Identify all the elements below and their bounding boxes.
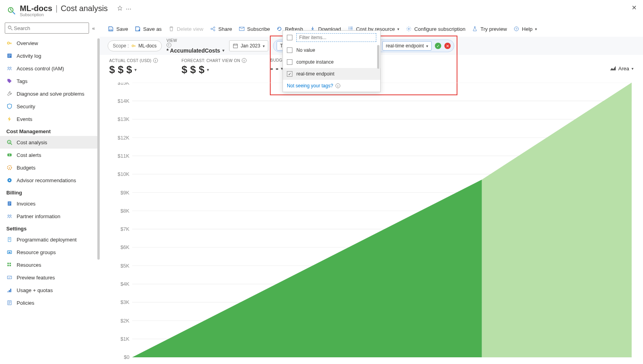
sidebar-item-label: Budgets (17, 165, 36, 171)
sidebar-item-invoices[interactable]: Invoices (0, 197, 100, 210)
mail-icon (239, 26, 245, 32)
sidebar-item-cost-analysis[interactable]: $Cost analysis (0, 136, 100, 149)
advisor-icon (6, 177, 13, 183)
kpi-forecast: FORECAST: CHART VIEW ONi $ $ $▾ (182, 58, 247, 76)
svg-point-4 (8, 67, 9, 69)
chevron-down-icon: ▾ (632, 66, 634, 71)
svg-text:$4K: $4K (120, 281, 129, 287)
filter-option-label: No value (296, 47, 315, 53)
sidebar-item-diagnose-and-solve-problems[interactable]: Diagnose and solve problems (0, 87, 100, 100)
svg-text:$: $ (8, 141, 10, 143)
svg-rect-19 (8, 252, 10, 253)
main-content: Save Save as Delete view Share Subscribe… (100, 21, 643, 364)
sidebar-item-budgets[interactable]: $Budgets (0, 161, 100, 174)
sidebar-item-resource-groups[interactable]: Resource groups (0, 246, 100, 258)
filter-items-input[interactable] (296, 33, 376, 42)
invoice-icon (6, 200, 13, 207)
save-button[interactable]: Save (108, 26, 128, 32)
filter-option-label: real-time endpoint (296, 71, 334, 77)
chart-type-selector[interactable]: Area ▾ (610, 58, 634, 72)
sidebar-item-activity-log[interactable]: Activity log (0, 49, 100, 62)
gear-icon (406, 26, 412, 32)
sidebar-item-partner-information[interactable]: Partner information (0, 210, 100, 223)
chevron-down-icon: ▾ (426, 44, 428, 48)
bolt-icon (6, 116, 13, 122)
configure-subscription-button[interactable]: Configure subscription (406, 26, 465, 32)
usage-icon (6, 287, 13, 293)
filter-value-select[interactable]: real-time endpoint▾ (382, 41, 432, 51)
res-icon (6, 262, 13, 268)
sidebar-item-events[interactable]: Events (0, 113, 100, 125)
collapse-sidebar-icon[interactable]: « (92, 25, 95, 31)
save-as-button[interactable]: Save as (135, 26, 162, 32)
view-selector[interactable]: VIEW i * AccumulatedCosts▾ (167, 38, 225, 54)
calendar-icon (233, 43, 238, 49)
checkbox[interactable] (287, 59, 292, 65)
subscribe-button[interactable]: Subscribe (239, 26, 270, 32)
search-icon (8, 25, 13, 31)
save-as-icon (135, 26, 141, 32)
preview-icon (6, 274, 13, 281)
deploy-icon (6, 236, 13, 243)
resource-name: ML-docs (20, 4, 52, 13)
chevron-down-icon: ▾ (222, 48, 224, 53)
people-icon (6, 65, 13, 72)
date-range-selector[interactable]: Jan 2023 ▾ (229, 40, 268, 51)
svg-text:$10K: $10K (118, 172, 129, 177)
sidebar-item-access-control-iam-[interactable]: Access control (IAM) (0, 62, 100, 75)
filter-option[interactable]: ✓real-time endpoint (283, 68, 380, 80)
sidebar-item-preview-features[interactable]: Preview features (0, 271, 100, 284)
help-button[interactable]: ?Help▾ (513, 26, 537, 32)
filter-option[interactable]: No value (283, 44, 380, 56)
sidebar-item-security[interactable]: Security (0, 100, 100, 113)
save-icon (108, 26, 114, 32)
sidebar-item-programmatic-deployment[interactable]: Programmatic deployment (0, 233, 100, 246)
svg-text:$12K: $12K (118, 135, 129, 141)
sidebar-item-usage-quotas[interactable]: Usage + quotas (0, 284, 100, 296)
sidebar-item-label: Tags (17, 78, 27, 84)
sidebar-item-advisor-recommendations[interactable]: Advisor recommendations (0, 174, 100, 187)
share-button[interactable]: Share (210, 26, 232, 32)
sidebar-item-label: Resources (17, 262, 41, 268)
filter-option-label: compute instance (296, 59, 334, 65)
filter-option[interactable]: compute instance (283, 56, 380, 68)
sidebar-item-label: Overview (17, 40, 38, 46)
sidebar-item-resources[interactable]: Resources (0, 258, 100, 271)
more-icon[interactable]: ⋯ (126, 6, 131, 12)
try-preview-button[interactable]: Try preview (472, 26, 507, 32)
remove-filter-icon[interactable]: ✕ (444, 43, 451, 49)
search-input[interactable] (13, 25, 86, 32)
svg-text:$3K: $3K (120, 300, 129, 306)
sidebar-item-label: Programmatic deployment (17, 237, 77, 243)
chevron-down-icon[interactable]: ▾ (135, 68, 137, 72)
sidebar-item-cost-alerts[interactable]: $Cost alerts (0, 149, 100, 161)
svg-point-1 (8, 26, 11, 29)
flask-icon (472, 26, 478, 32)
sidebar-item-policies[interactable]: Policies (0, 296, 100, 309)
svg-rect-34 (233, 44, 238, 48)
confirm-filter-icon[interactable]: ✓ (435, 43, 441, 49)
checkbox[interactable]: ✓ (287, 71, 292, 77)
svg-point-16 (10, 215, 11, 217)
pin-icon[interactable] (117, 6, 123, 12)
select-all-checkbox[interactable] (287, 35, 292, 40)
svg-point-28 (214, 30, 215, 31)
sidebar-item-label: Advisor recommendations (17, 177, 76, 183)
sidebar-item-label: Preview features (17, 275, 55, 281)
sidebar-item-tags[interactable]: Tags (0, 75, 100, 87)
close-icon[interactable]: ✕ (632, 4, 637, 11)
chevron-down-icon[interactable]: ▾ (207, 68, 209, 72)
sidebar-scrollbar[interactable] (97, 35, 100, 364)
tag-icon (6, 78, 13, 84)
area-chart-icon (610, 65, 616, 72)
scope-selector[interactable]: Scope : ML-docs (108, 40, 162, 51)
svg-point-15 (8, 215, 9, 217)
sidebar-item-overview[interactable]: Overview (0, 37, 100, 49)
popup-scrollbar[interactable] (377, 45, 379, 77)
sidebar-search[interactable] (5, 23, 89, 34)
checkbox[interactable] (287, 47, 292, 53)
missing-tags-link[interactable]: Not seeing your tags? i (283, 80, 380, 92)
info-icon: i (242, 58, 247, 63)
filter-value-popup: No valuecompute instance✓real-time endpo… (283, 30, 381, 92)
svg-text:$7K: $7K (120, 226, 129, 232)
